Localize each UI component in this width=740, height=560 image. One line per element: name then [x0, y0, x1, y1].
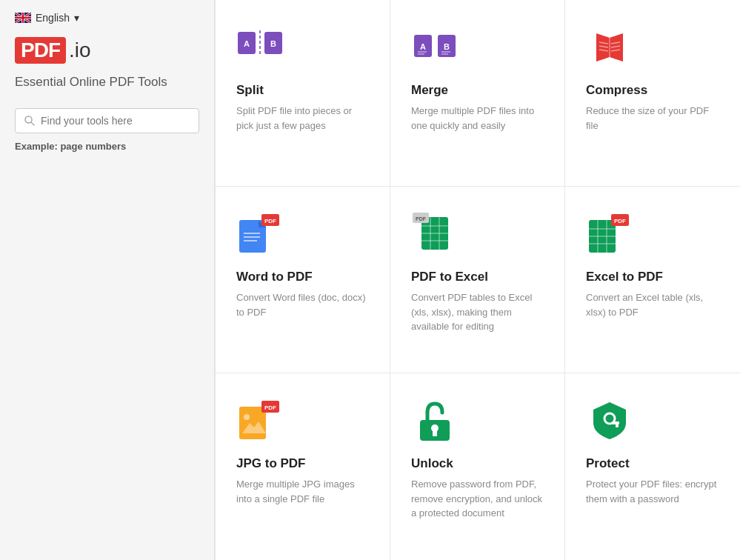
unlock-title: Unlock: [411, 456, 544, 471]
search-icon: [24, 116, 35, 126]
svg-text:A: A: [244, 39, 250, 48]
sidebar: English ▾ PDF .io Essential Online PDF T…: [0, 0, 215, 560]
protect-desc: Protect your PDF files: encrypt them wit…: [586, 477, 719, 506]
tool-card-compress[interactable]: Compress Reduce the size of your PDF fil…: [565, 0, 740, 187]
split-title: Split: [236, 83, 369, 98]
tool-card-split[interactable]: A B Split Split PDF file into pieces or …: [216, 0, 390, 187]
svg-rect-55: [612, 421, 619, 424]
svg-text:PDF: PDF: [614, 218, 626, 224]
svg-text:PDF: PDF: [264, 404, 276, 411]
svg-text:PDF: PDF: [264, 218, 276, 224]
merge-desc: Merge multiple PDF files into one quickl…: [411, 104, 544, 133]
jpg-to-pdf-icon: PDF: [236, 397, 284, 444]
svg-line-2: [31, 122, 34, 125]
svg-text:A: A: [420, 42, 426, 51]
compress-desc: Reduce the size of your PDF file: [586, 104, 719, 133]
excel-to-pdf-desc: Convert an Excel table (xls, xlsx) to PD…: [586, 290, 719, 319]
compress-icon: [586, 24, 633, 71]
tool-card-unlock[interactable]: Unlock Remove password from PDF, remove …: [390, 373, 565, 560]
tool-card-protect[interactable]: Protect Protect your PDF files: encrypt …: [565, 373, 740, 560]
split-icon: A B: [236, 24, 284, 71]
language-selector[interactable]: English ▾: [15, 12, 199, 24]
svg-text:B: B: [270, 39, 276, 48]
language-arrow: ▾: [74, 12, 79, 24]
word-to-pdf-desc: Convert Word files (doc, docx) to PDF: [236, 290, 369, 319]
tools-grid: A B Split Split PDF file into pieces or …: [215, 0, 740, 560]
search-box: [15, 108, 199, 133]
svg-text:PDF: PDF: [416, 216, 427, 221]
jpg-to-pdf-title: JPG to PDF: [236, 456, 369, 471]
word-to-pdf-title: Word to PDF: [236, 270, 369, 284]
svg-rect-53: [433, 430, 437, 436]
excel-to-pdf-title: Excel to PDF: [586, 270, 719, 284]
example-term: page numbers: [60, 141, 126, 152]
split-desc: Split PDF file into pieces or pick just …: [236, 104, 369, 133]
protect-icon: [586, 397, 633, 444]
tool-card-excel-to-pdf[interactable]: PDF Excel to PDF Convert an Excel table …: [565, 187, 740, 373]
tagline: Essential Online PDF Tools: [15, 74, 199, 90]
word-to-pdf-icon: PDF: [236, 210, 284, 258]
example-prefix: Example:: [15, 141, 60, 152]
svg-point-48: [244, 414, 250, 420]
unlock-icon: [411, 397, 459, 444]
unlock-desc: Remove password from PDF, remove encrypt…: [411, 477, 544, 521]
logo-area: PDF .io: [15, 37, 199, 64]
svg-text:B: B: [444, 42, 450, 51]
pdf-to-excel-icon: PDF: [411, 210, 459, 258]
jpg-to-pdf-desc: Merge multiple JPG images into a single …: [236, 477, 369, 506]
tool-card-merge[interactable]: A B Merge Merge multiple PDF files into …: [390, 0, 565, 187]
tool-card-word-to-pdf[interactable]: PDF Word to PDF Convert Word files (doc,…: [216, 187, 390, 373]
example-text: Example: page numbers: [15, 141, 199, 152]
pdf-to-excel-title: PDF to Excel: [411, 270, 544, 284]
search-input[interactable]: [41, 115, 190, 127]
merge-icon: A B: [411, 24, 459, 71]
language-label: English: [36, 12, 70, 24]
flag-icon: [15, 13, 31, 23]
compress-title: Compress: [586, 83, 719, 98]
logo-pdf[interactable]: PDF: [15, 37, 66, 64]
logo-io: .io: [69, 39, 91, 62]
protect-title: Protect: [586, 456, 719, 471]
pdf-to-excel-desc: Convert PDF tables to Excel (xls, xlsx),…: [411, 290, 544, 334]
tool-card-pdf-to-excel[interactable]: PDF PDF to Excel Convert PDF tables to E…: [390, 187, 565, 373]
tool-card-jpg-to-pdf[interactable]: PDF JPG to PDF Merge multiple JPG images…: [216, 373, 390, 560]
excel-to-pdf-icon: PDF: [586, 210, 633, 258]
merge-title: Merge: [411, 83, 544, 98]
svg-rect-56: [616, 424, 619, 427]
